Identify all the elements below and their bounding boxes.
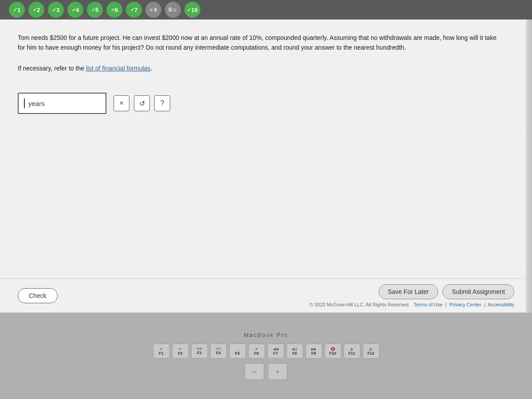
- privacy-link[interactable]: Privacy Center: [449, 302, 481, 307]
- text-cursor: [24, 98, 25, 108]
- key-f7[interactable]: ◀◀ F7: [267, 344, 284, 359]
- step-10[interactable]: 10: [184, 2, 200, 18]
- terms-link[interactable]: Terms of Use: [414, 302, 443, 307]
- footer-action-buttons: Save For Later Submit Assignment: [379, 284, 514, 299]
- key-f6[interactable]: ✦ F6: [248, 344, 265, 359]
- key-minus[interactable]: —: [245, 363, 264, 380]
- step-7[interactable]: 7: [126, 2, 142, 18]
- answer-unit-label: years: [28, 100, 45, 107]
- accessibility-link[interactable]: Accessibility: [488, 302, 514, 307]
- save-for-later-button[interactable]: Save For Later: [379, 284, 438, 299]
- key-f10[interactable]: 🔇 F10: [325, 344, 341, 359]
- key-f3[interactable]: ⊞⊞ F3: [191, 344, 208, 359]
- step-6[interactable]: 6: [106, 2, 122, 18]
- copyright-bar: © 2022 McGraw Hill LLC. All Rights Reser…: [309, 302, 514, 307]
- undo-button[interactable]: ↺: [134, 95, 150, 111]
- key-f11[interactable]: 🔉 F11: [344, 344, 360, 359]
- step-8[interactable]: = 8: [145, 2, 161, 18]
- key-f8[interactable]: ▶‖ F8: [286, 344, 303, 359]
- question-body: Tom needs $2500 for a future project. He…: [18, 33, 505, 53]
- clear-button[interactable]: ×: [113, 95, 129, 111]
- help-button[interactable]: ?: [154, 95, 170, 111]
- step-4[interactable]: 4: [67, 2, 83, 18]
- answer-input-wrapper[interactable]: years: [18, 93, 106, 114]
- step-1[interactable]: 1: [9, 2, 25, 18]
- key-f9[interactable]: ▶▶ F9: [305, 344, 322, 359]
- main-content: Tom needs $2500 for a future project. He…: [0, 20, 532, 313]
- step-3[interactable]: 3: [48, 2, 64, 18]
- formula-prompt: If necessary, refer to the list of finan…: [18, 63, 505, 73]
- right-edge-decoration: [526, 20, 532, 313]
- key-f12[interactable]: 🔊 F12: [363, 344, 379, 359]
- check-button[interactable]: Check: [18, 288, 58, 303]
- function-key-row: ☀ F1 ✦ F2 ⊞⊞ F3 ⊟⊟ F4 … F5 ✦ F6 ◀◀ F7 ▶‖: [153, 344, 379, 359]
- copyright-text: © 2022 McGraw Hill LLC. All Rights Reser…: [309, 302, 410, 307]
- content-footer: Check Save For Later Submit Assignment ©…: [0, 278, 532, 313]
- formula-link[interactable]: list of financial formulas: [86, 65, 151, 72]
- step-navigation: 1 2 3 4 5 6 7 = 8 S☺ 10: [0, 0, 532, 20]
- key-f2[interactable]: ✦ F2: [172, 344, 189, 359]
- key-f1[interactable]: ☀ F1: [153, 344, 170, 359]
- key-plus[interactable]: +: [268, 363, 287, 380]
- macbook-brand: MacBook Pro: [244, 332, 288, 338]
- action-buttons: × ↺ ?: [113, 95, 170, 111]
- step-9[interactable]: S☺: [165, 2, 181, 18]
- submit-assignment-button[interactable]: Submit Assignment: [442, 284, 514, 299]
- key-f4[interactable]: ⊟⊟ F4: [210, 344, 227, 359]
- step-2[interactable]: 2: [28, 2, 44, 18]
- key-f5[interactable]: … F5: [229, 344, 246, 359]
- footer-right: Save For Later Submit Assignment © 2022 …: [309, 284, 514, 307]
- keyboard-area: MacBook Pro ☀ F1 ✦ F2 ⊞⊞ F3 ⊟⊟ F4 … F5 ✦…: [0, 313, 532, 399]
- step-5[interactable]: 5: [87, 2, 103, 18]
